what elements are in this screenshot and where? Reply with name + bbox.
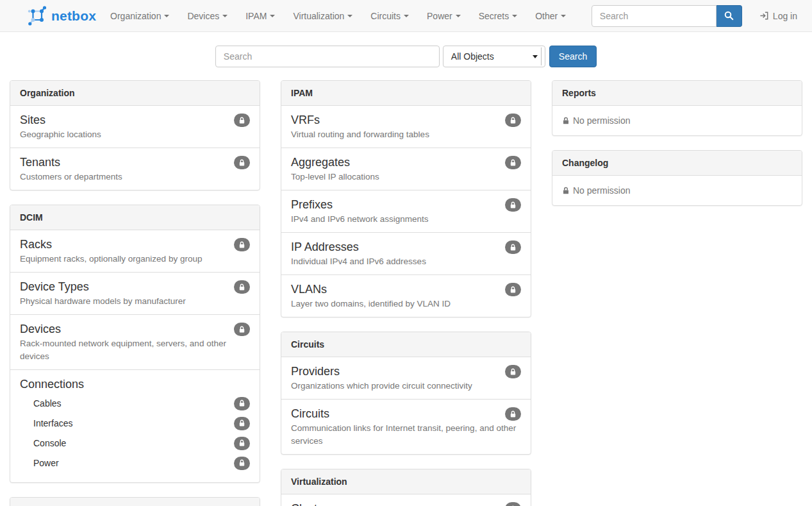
list-item-connections[interactable]: ConnectionsCablesInterfacesConsolePower [10, 369, 260, 482]
lock-icon [238, 159, 245, 167]
caret-down-icon [404, 15, 409, 17]
list-item-vrfs[interactable]: VRFsVirtual routing and forwarding table… [281, 106, 531, 148]
panel-virtualization: VirtualizationClusters [281, 469, 531, 506]
lock-icon [238, 400, 245, 407]
navbar-menus: OrganizationDevicesIPAMVirtualizationCir… [101, 0, 575, 31]
lock-badge [234, 323, 250, 336]
item-description: IPv4 and IPv6 network assignments [291, 213, 521, 226]
item-description: Individual IPv4 and IPv6 addresses [291, 255, 521, 268]
global-search-bar: All Objects Search [0, 46, 812, 67]
panel-title: Circuits [291, 339, 324, 350]
lock-badge [234, 417, 250, 430]
list-item-sites[interactable]: SitesGeographic locations [10, 106, 260, 148]
lock-icon [510, 117, 517, 124]
list-item-tenants[interactable]: TenantsCustomers or departments [10, 148, 260, 190]
navbar-menu-secrets[interactable]: Secrets [470, 0, 526, 31]
sub-item-power[interactable]: Power [33, 453, 250, 473]
list-item-providers[interactable]: ProvidersOrganizations which provide cir… [281, 357, 531, 399]
navbar-menu-devices[interactable]: Devices [178, 0, 236, 31]
panel-changelog: ChangelogNo permission [552, 150, 802, 206]
navbar-menu-label: Virtualization [293, 11, 344, 21]
lock-icon [562, 117, 570, 125]
item-title: Prefixes [291, 197, 521, 212]
list-item-aggregates[interactable]: AggregatesTop-level IP allocations [281, 148, 531, 190]
navbar-menu-virtualization[interactable]: Virtualization [284, 0, 361, 31]
lock-icon [238, 241, 245, 249]
lock-icon [510, 201, 517, 209]
list-item-circuits[interactable]: CircuitsCommunication links for Internet… [281, 399, 531, 454]
brand-wordmark: netbox [51, 8, 96, 24]
item-description: Communication links for Internet transit… [291, 422, 521, 448]
sub-list: CablesInterfacesConsolePower [33, 394, 250, 473]
panel-heading: Organization [10, 81, 260, 106]
dashboard-content: OrganizationSitesGeographic locationsTen… [0, 80, 812, 506]
navbar-menu-organization[interactable]: Organization [101, 0, 178, 31]
lock-badge [234, 238, 250, 251]
lock-icon [238, 419, 245, 427]
list-item-vlans[interactable]: VLANsLayer two domains, identified by VL… [281, 274, 531, 317]
caret-down-icon [512, 15, 517, 17]
list-item-ip-addresses[interactable]: IP AddressesIndividual IPv4 and IPv6 add… [281, 232, 531, 274]
item-description: Virtual routing and forwarding tables [291, 128, 521, 141]
list-item-prefixes[interactable]: PrefixesIPv4 and IPv6 network assignment… [281, 190, 531, 232]
navbar: netbox OrganizationDevicesIPAMVirtualiza… [0, 0, 812, 32]
object-type-select[interactable]: All Objects [443, 46, 545, 67]
list-item-device-types[interactable]: Device TypesPhysical hardware models by … [10, 272, 260, 314]
netbox-logo-icon [27, 5, 47, 26]
netbox-brand[interactable]: netbox [10, 0, 96, 31]
sub-item-label: Cables [33, 398, 62, 409]
sub-item-label: Console [33, 438, 66, 448]
lock-badge [234, 397, 250, 410]
panel-reports: ReportsNo permission [552, 80, 802, 136]
lock-icon [562, 187, 570, 195]
log-in-icon [759, 11, 769, 21]
panel-heading: Circuits [281, 332, 531, 357]
list-item-devices[interactable]: DevicesRack-mounted network equipment, s… [10, 314, 260, 369]
select-divider [541, 47, 542, 65]
lock-icon [238, 459, 245, 467]
panel-heading: DCIM [10, 205, 260, 230]
item-title: Device Types [20, 279, 250, 294]
caret-down-icon [456, 15, 461, 17]
caret-down-icon [270, 15, 275, 17]
panel-title: Changelog [562, 158, 608, 168]
sub-item-cables[interactable]: Cables [33, 394, 250, 414]
lock-badge [505, 283, 521, 296]
global-search-button[interactable]: Search [549, 46, 597, 67]
item-description: Rack-mounted network equipment, servers,… [20, 337, 250, 363]
panel-heading: Virtualization [281, 469, 531, 494]
navbar-search-button[interactable] [717, 5, 742, 27]
navbar-menu-circuits[interactable]: Circuits [361, 0, 418, 31]
item-title: Providers [291, 364, 521, 379]
sub-item-console[interactable]: Console [33, 434, 250, 453]
sub-item-interfaces[interactable]: Interfaces [33, 414, 250, 434]
item-title: VLANs [291, 282, 521, 297]
lock-badge [505, 198, 521, 212]
panel-circuits: CircuitsProvidersOrganizations which pro… [281, 332, 531, 455]
navbar-search-form [592, 5, 742, 27]
panel-title: IPAM [291, 88, 313, 98]
list-item-clusters[interactable]: Clusters [281, 494, 531, 506]
no-permission-label: No permission [573, 185, 630, 196]
list-item-racks[interactable]: RacksEquipment racks, optionally organiz… [10, 230, 260, 272]
lock-icon [510, 410, 517, 418]
item-title: Connections [20, 376, 250, 392]
global-search-input[interactable] [215, 46, 440, 67]
panel-body: No permission [552, 106, 802, 135]
panel-heading: Changelog [552, 151, 802, 176]
item-description: Equipment racks, optionally organized by… [20, 253, 250, 266]
lock-icon [238, 117, 245, 124]
lock-icon [510, 244, 517, 251]
navbar-menu-ipam[interactable]: IPAM [236, 0, 284, 31]
login-link[interactable]: Log in [759, 11, 802, 21]
item-title: IP Addresses [291, 239, 521, 255]
panel-title: Virtualization [291, 476, 347, 487]
panel-title: DCIM [20, 212, 43, 223]
lock-badge [505, 365, 521, 378]
navbar-menu-other[interactable]: Other [526, 0, 575, 31]
lock-badge [234, 280, 250, 294]
navbar-menu-power[interactable]: Power [418, 0, 470, 31]
navbar-search-input[interactable] [592, 5, 717, 27]
panel-heading: Reports [552, 81, 802, 106]
lock-badge [505, 114, 521, 127]
